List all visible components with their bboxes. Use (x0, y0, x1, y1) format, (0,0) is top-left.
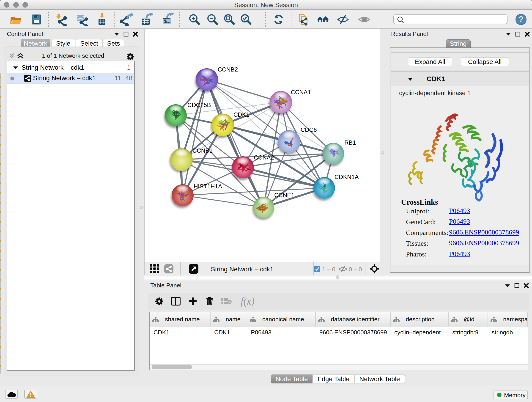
svg-text:?: ? (519, 15, 524, 24)
